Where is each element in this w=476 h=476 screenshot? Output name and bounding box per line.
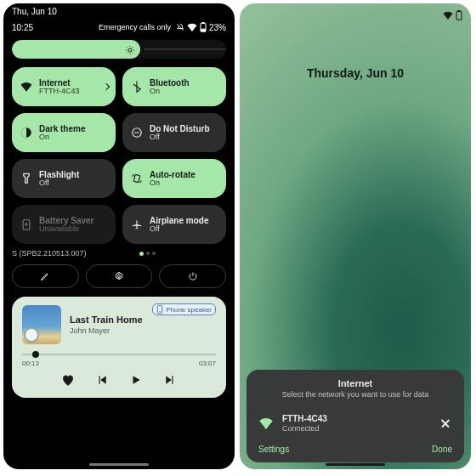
page-dot: [139, 252, 144, 256]
tile-darktheme[interactable]: Dark themeOn: [12, 113, 116, 152]
media-duration: 03:07: [199, 360, 216, 367]
svg-rect-11: [456, 12, 462, 20]
status-date: Thu, Jun 10: [12, 7, 57, 16]
edit-button[interactable]: [12, 264, 79, 288]
wifi-icon: [20, 81, 32, 93]
emergency-label: Emergency calls only: [99, 23, 171, 31]
tile-subtitle: Off: [150, 133, 210, 142]
rotate-icon: [131, 173, 143, 184]
internet-bottom-sheet: Internet Select the network you want to …: [246, 370, 464, 462]
tile-subtitle: Off: [39, 179, 79, 188]
tile-battsaver[interactable]: Battery SaverUnavailable: [12, 205, 116, 244]
sheet-done-button[interactable]: Done: [432, 445, 452, 454]
tile-subtitle: On: [39, 133, 85, 142]
sheet-settings-link[interactable]: Settings: [258, 445, 289, 454]
play-button[interactable]: [128, 372, 144, 388]
tile-label: Bluetooth: [150, 78, 190, 88]
android-quick-settings-panel: Thu, Jun 10 10:25 Emergency calls only 2…: [3, 3, 235, 469]
network-name: FTTH-4C43: [282, 414, 327, 423]
android-lock-screen: Thursday, Jun 10 Internet Select the net…: [240, 3, 471, 469]
tile-label: Flashlight: [39, 170, 79, 179]
network-status: Connected: [282, 424, 327, 433]
svg-rect-1: [202, 22, 204, 24]
wifi-icon: [187, 23, 197, 31]
mute-icon: [176, 23, 184, 31]
status-icons-right: 23%: [176, 22, 226, 32]
tile-label: Battery Saver: [39, 216, 94, 225]
settings-button[interactable]: [86, 264, 153, 288]
svg-rect-12: [458, 10, 460, 12]
svg-rect-2: [201, 29, 206, 31]
media-progress[interactable]: [22, 353, 216, 356]
tile-label: Do Not Disturb: [150, 124, 210, 133]
favorite-button[interactable]: [60, 372, 76, 388]
tile-label: Auto-rotate: [150, 170, 196, 179]
media-artist: John Mayer: [70, 326, 143, 335]
svg-point-3: [128, 48, 132, 52]
tile-label: Internet: [39, 78, 80, 88]
tile-label: Dark theme: [39, 124, 85, 133]
qs-tiles-grid: InternetFTTH-4C43BluetoothOnDark themeOn…: [12, 67, 226, 244]
tile-autorotate[interactable]: Auto-rotateOn: [122, 159, 226, 198]
battery-percent: 23%: [209, 23, 226, 32]
svg-point-10: [160, 312, 161, 313]
chevron-right-icon: [103, 83, 110, 90]
tile-subtitle: FTTH-4C43: [39, 88, 80, 96]
brightness-slider[interactable]: [12, 40, 226, 59]
tile-bluetooth[interactable]: BluetoothOn: [122, 67, 226, 106]
tile-airplane[interactable]: Airplane modeOff: [122, 205, 226, 244]
battery-icon: [200, 22, 207, 32]
svg-rect-6: [133, 174, 140, 182]
tile-subtitle: On: [150, 179, 196, 188]
battsaver-icon: [20, 218, 32, 230]
network-row[interactable]: FTTH-4C43 Connected: [246, 407, 464, 439]
status-clock: 10:25: [12, 23, 33, 32]
media-card: Last Train Home John Mayer Phone speaker…: [12, 297, 226, 398]
previous-button[interactable]: [94, 372, 110, 388]
status-bar-top: Thu, Jun 10: [3, 3, 235, 19]
tile-dnd[interactable]: Do Not DisturbOff: [122, 113, 226, 152]
media-elapsed: 00:13: [22, 360, 39, 367]
wifi-icon: [443, 11, 453, 20]
lock-status-bar: [240, 3, 471, 26]
nav-pill[interactable]: [89, 463, 149, 466]
battery-icon: [456, 10, 462, 20]
darkmode-icon: [20, 127, 32, 139]
wifi-icon: [258, 417, 274, 429]
page-dot: [146, 252, 150, 255]
bluetooth-icon: [131, 81, 143, 93]
nav-pill[interactable]: [326, 463, 385, 466]
next-button[interactable]: [162, 372, 178, 388]
tile-internet[interactable]: InternetFTTH-4C43: [12, 67, 116, 106]
status-bar-secondary: 10:25 Emergency calls only 23%: [3, 19, 235, 35]
lock-date: Thursday, Jun 10: [240, 66, 471, 80]
media-title: Last Train Home: [70, 314, 143, 325]
output-chip[interactable]: Phone speaker: [152, 303, 216, 315]
flashlight-icon: [20, 173, 32, 184]
tile-subtitle: Unavailable: [39, 225, 94, 234]
dnd-icon: [131, 127, 143, 139]
power-button[interactable]: [159, 264, 226, 288]
tile-label: Airplane mode: [150, 216, 208, 225]
build-tag: S (SPB2.210513.007): [12, 249, 87, 258]
album-art: [22, 305, 61, 344]
disconnect-button[interactable]: [439, 416, 452, 430]
tile-subtitle: On: [150, 88, 190, 96]
airplane-icon: [131, 218, 143, 230]
sheet-subtitle: Select the network you want to use for d…: [246, 390, 464, 399]
tile-flashlight[interactable]: FlashlightOff: [12, 159, 116, 198]
page-indicator: [139, 252, 156, 256]
page-dot: [152, 252, 156, 255]
sheet-title: Internet: [246, 378, 464, 388]
brightness-icon: [125, 45, 133, 54]
svg-point-8: [118, 275, 121, 278]
tile-subtitle: Off: [150, 225, 208, 234]
